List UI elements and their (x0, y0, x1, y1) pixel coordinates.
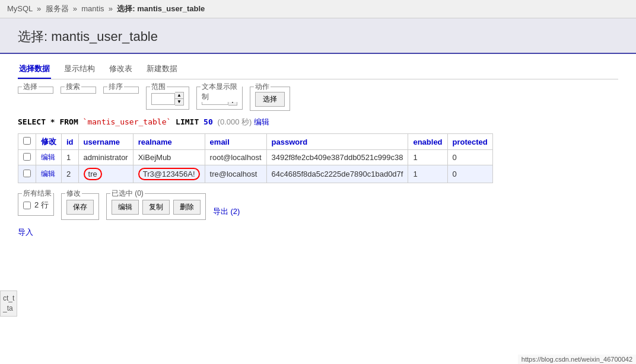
row-count-label: 2 行 (34, 200, 49, 210)
col-username: username (78, 134, 133, 150)
range-group-label: 范围 (150, 82, 167, 92)
selected-edit-button[interactable]: 编辑 (112, 200, 139, 215)
text-limit-group: 文本显示限制 100 ▲ ▼ (196, 87, 243, 110)
search-group-label: 搜索 (65, 82, 81, 92)
action-group-label: 动作 (254, 82, 271, 92)
sql-edit-link[interactable]: 编辑 (254, 117, 269, 126)
row2-check[interactable] (23, 170, 31, 177)
col-checkbox (18, 134, 36, 150)
export-section: 导出 (2) (213, 193, 240, 217)
import-link[interactable]: 导入 (18, 227, 618, 238)
tab-bar: 选择数据 显示结构 修改表 新建数据 (18, 61, 618, 79)
row1-enabled: 1 (408, 150, 447, 165)
selected-buttons: 编辑 复制 删除 (112, 200, 201, 215)
row2-checkbox (18, 165, 36, 183)
breadcrumb-server[interactable]: 服务器 (46, 4, 69, 13)
tab-new-data[interactable]: 新建数据 (145, 61, 179, 79)
sort-group-label: 排序 (107, 82, 124, 92)
table-row: 编辑 1 administrator XiBejMub root@localho… (18, 150, 493, 165)
row2-enabled: 1 (408, 165, 447, 183)
export-link[interactable]: 导出 (2) (213, 196, 240, 217)
sql-select: SELECT * FROM (18, 117, 83, 126)
row2-protected: 0 (447, 165, 492, 183)
range-down[interactable]: ▼ (175, 99, 183, 105)
col-email: email (205, 134, 266, 150)
tab-select-data[interactable]: 选择数据 (18, 61, 51, 79)
page-header: 选择: mantis_user_table (0, 18, 636, 54)
row1-username: administrator (78, 150, 133, 165)
selected-copy-button[interactable]: 复制 (142, 200, 170, 215)
selected-group-label: 已选中 (0) (110, 189, 145, 199)
sql-limit-num: 50 (203, 117, 213, 126)
col-realname: realname (133, 134, 205, 150)
modify-group: 修改 保存 (61, 193, 99, 220)
select-group: 选择 (18, 87, 53, 94)
selected-group: 已选中 (0) 编辑 复制 删除 (106, 193, 206, 220)
col-password: password (266, 134, 408, 150)
row2-username: tre (78, 165, 133, 183)
footer-row: 所有结果 2 行 修改 保存 已选中 (0) 编辑 复制 删除 导出 (2) (18, 193, 618, 220)
breadcrumb-current: 选择: mantis_user_table (117, 4, 205, 13)
col-protected: protected (447, 134, 492, 150)
row1-password: 3492f8fe2cb409e387ddb0521c999c38 (266, 150, 408, 165)
row1-realname: XiBejMub (133, 150, 205, 165)
selected-delete-button[interactable]: 删除 (173, 200, 201, 215)
save-button[interactable]: 保存 (66, 200, 94, 215)
tab-show-structure[interactable]: 显示结构 (63, 61, 96, 79)
sql-table: `mantis_user_table` (83, 117, 171, 126)
modify-group-label: 修改 (65, 189, 82, 199)
select-group-label: 选择 (22, 82, 39, 92)
row1-email: root@localhost (205, 150, 266, 165)
row1-edit[interactable]: 编辑 (41, 153, 55, 161)
breadcrumb: MySQL » 服务器 » mantis » 选择: mantis_user_t… (0, 0, 636, 18)
row1-checkbox (18, 150, 36, 165)
row2-edit[interactable]: 编辑 (41, 170, 55, 178)
col-id: id (62, 134, 79, 150)
row2-realname: Tr3@123456A! (133, 165, 205, 183)
action-select-button[interactable]: 选择 (255, 92, 285, 107)
row-count: 2 行 (23, 200, 49, 210)
range-spinner: ▲ ▼ (175, 92, 184, 106)
all-results-group: 所有结果 2 行 (18, 193, 54, 216)
row1-check[interactable] (23, 153, 31, 161)
breadcrumb-mantis[interactable]: mantis (81, 4, 104, 13)
row1-id: 1 (62, 150, 79, 165)
text-limit-label: 文本显示限制 (201, 82, 242, 102)
col-modify: 修改 (36, 134, 62, 150)
sql-bar: SELECT * FROM `mantis_user_table` LIMIT … (18, 117, 618, 127)
table-container: 修改 id username realname email password e… (18, 133, 493, 191)
table-row: 编辑 2 tre Tr3@123456A! tre@localhost 64c4… (18, 165, 493, 183)
row2-email: tre@localhost (205, 165, 266, 183)
all-results-checkbox[interactable] (23, 202, 31, 209)
sql-time: (0.000 秒) (218, 117, 252, 126)
toolbar-row: 选择 搜索 排序 范围 50 ▲ ▼ 文本显示限制 100 ▲ (18, 87, 618, 111)
select-all-checkbox[interactable] (23, 137, 31, 145)
range-group: 范围 50 ▲ ▼ (146, 87, 189, 110)
sql-limit: LIMIT (171, 117, 203, 126)
breadcrumb-mysql[interactable]: MySQL (7, 4, 33, 13)
page-title: 选择: mantis_user_table (18, 28, 618, 46)
search-group: 搜索 (61, 87, 96, 94)
sort-group: 排序 (103, 87, 139, 94)
all-results-label: 所有结果 (22, 189, 53, 199)
range-up[interactable]: ▲ (175, 92, 183, 99)
tab-modify-table[interactable]: 修改表 (108, 61, 133, 79)
col-enabled: enabled (408, 134, 447, 150)
row2-id: 2 (62, 165, 79, 183)
row2-password: 64c4685f8da5c2225de7890c1bad0d7f (266, 165, 408, 183)
content-area: 选择数据 显示结构 修改表 新建数据 选择 搜索 排序 范围 50 ▲ ▼ 文本… (0, 54, 636, 245)
range-input[interactable]: 50 (151, 93, 175, 105)
data-table: 修改 id username realname email password e… (18, 133, 493, 183)
row1-protected: 0 (447, 150, 492, 165)
action-group: 动作 选择 (250, 87, 290, 111)
